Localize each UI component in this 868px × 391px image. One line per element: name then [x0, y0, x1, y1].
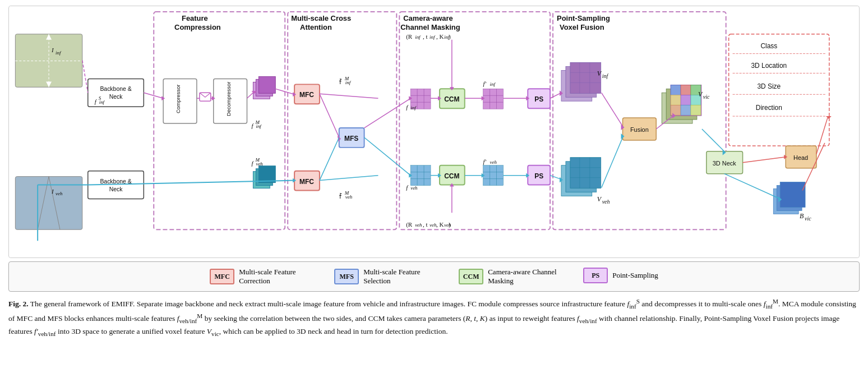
svg-text:M: M	[344, 190, 349, 196]
svg-rect-66	[410, 165, 431, 186]
svg-text:3D Neck: 3D Neck	[713, 160, 736, 167]
legend-item-mfc: MFC Multi-scale Feature Correction	[210, 268, 312, 286]
svg-text:Camera-aware: Camera-aware	[403, 14, 453, 22]
svg-rect-49	[258, 166, 275, 183]
svg-rect-126	[780, 182, 805, 208]
svg-text:vic: vic	[703, 94, 710, 100]
svg-text:inf: inf	[430, 34, 436, 40]
svg-text:Feature: Feature	[182, 14, 208, 22]
svg-text:Compression: Compression	[174, 23, 221, 31]
svg-text:M: M	[255, 157, 260, 163]
svg-text:): )	[449, 33, 451, 40]
legend-area: MFC Multi-scale Feature Correction MFS M…	[8, 261, 860, 292]
svg-text:(R: (R	[406, 221, 413, 228]
legend-box-ps: PS	[583, 268, 608, 283]
svg-text:Voxel Fusion: Voxel Fusion	[560, 23, 604, 31]
legend-box-ccm: CCM	[459, 269, 483, 284]
main-container: Feature Compression Multi-scale Cross At…	[0, 0, 868, 344]
svg-text:veh: veh	[602, 199, 610, 205]
svg-text:veh: veh	[490, 159, 497, 165]
svg-text:Neck: Neck	[109, 186, 123, 192]
svg-text:MFS: MFS	[344, 135, 358, 142]
svg-text:f': f'	[483, 80, 487, 87]
svg-text:, t: , t	[423, 33, 428, 40]
svg-text:veh: veh	[410, 185, 418, 191]
svg-text:Attention: Attention	[300, 23, 332, 31]
svg-rect-110	[681, 85, 691, 95]
svg-text:Direction: Direction	[756, 104, 782, 112]
svg-text:S: S	[99, 95, 101, 101]
svg-rect-96	[570, 158, 601, 188]
svg-text:Neck: Neck	[109, 94, 123, 100]
diagram-area: Feature Compression Multi-scale Cross At…	[8, 6, 860, 258]
svg-text:Point-Sampling: Point-Sampling	[557, 14, 610, 22]
svg-text:PS: PS	[534, 95, 543, 103]
svg-text:3D Size: 3D Size	[757, 82, 781, 90]
diagram-svg: Feature Compression Multi-scale Cross At…	[9, 6, 859, 257]
svg-text:Class: Class	[760, 42, 777, 50]
svg-rect-109	[671, 85, 681, 95]
svg-rect-116	[681, 105, 691, 115]
caption-text: The general framework of EMIFF. Separate…	[8, 300, 856, 336]
legend-text-mfc: Multi-scale Feature Correction	[239, 268, 312, 286]
legend-text-ccm: Camera-aware Channel Masking	[488, 268, 561, 286]
svg-text:M: M	[344, 76, 349, 81]
svg-text:MFC: MFC	[299, 91, 314, 99]
legend-text-ps: Point-Sampling	[612, 271, 658, 280]
svg-rect-115	[671, 105, 681, 115]
svg-text:veh: veh	[56, 191, 63, 196]
caption-label: Fig. 2.	[8, 300, 29, 308]
svg-text:Decompressor: Decompressor	[225, 82, 232, 116]
svg-text:B: B	[800, 212, 804, 220]
svg-text:Compressor: Compressor	[175, 85, 181, 113]
svg-rect-113	[681, 95, 691, 105]
svg-text:inf: inf	[415, 34, 421, 40]
svg-text:CCM: CCM	[444, 172, 459, 180]
svg-text:f': f'	[483, 158, 487, 165]
svg-text:Backbone &: Backbone &	[100, 178, 131, 185]
svg-text:Multi-scale Cross: Multi-scale Cross	[291, 14, 351, 22]
legend-item-mfs: MFS Multi-scale Feature Selection	[334, 268, 436, 286]
svg-rect-61	[483, 89, 504, 109]
svg-rect-46	[258, 76, 275, 93]
svg-text:Backbone &: Backbone &	[100, 86, 131, 92]
svg-text:3D Location: 3D Location	[751, 62, 787, 70]
svg-text:inf: inf	[410, 105, 417, 111]
svg-rect-71	[483, 165, 504, 186]
caption: Fig. 2. The general framework of EMIFF. …	[8, 296, 860, 339]
svg-text:, K: , K	[436, 221, 444, 228]
svg-text:(R: (R	[406, 33, 413, 40]
svg-text:, K: , K	[436, 33, 444, 40]
svg-text:PS: PS	[534, 172, 543, 180]
svg-text:inf: inf	[56, 50, 62, 56]
legend-item-ccm: CCM Camera-aware Channel Masking	[459, 268, 561, 286]
legend-box-mfs: MFS	[334, 269, 359, 284]
svg-text:veh: veh	[415, 222, 422, 228]
svg-rect-0	[10, 6, 858, 257]
svg-text:MFC: MFC	[299, 178, 314, 186]
legend-text-mfs: Multi-scale Feature Selection	[363, 268, 436, 286]
svg-text:Head: Head	[793, 154, 808, 161]
svg-text:, t: , t	[423, 221, 428, 228]
legend-item-ps: PS Point-Sampling	[583, 268, 658, 283]
svg-rect-117	[691, 105, 701, 115]
svg-text:inf: inf	[490, 81, 496, 87]
legend-box-mfc: MFC	[210, 269, 234, 284]
svg-rect-86	[570, 63, 601, 94]
svg-text:Channel Masking: Channel Masking	[400, 23, 460, 31]
svg-text:Fusion: Fusion	[630, 126, 649, 133]
svg-text:): )	[449, 221, 451, 228]
svg-text:M: M	[255, 119, 260, 125]
svg-text:inf: inf	[602, 73, 609, 79]
svg-text:CCM: CCM	[444, 95, 459, 103]
svg-rect-112	[671, 95, 681, 105]
svg-text:vic: vic	[805, 215, 811, 222]
